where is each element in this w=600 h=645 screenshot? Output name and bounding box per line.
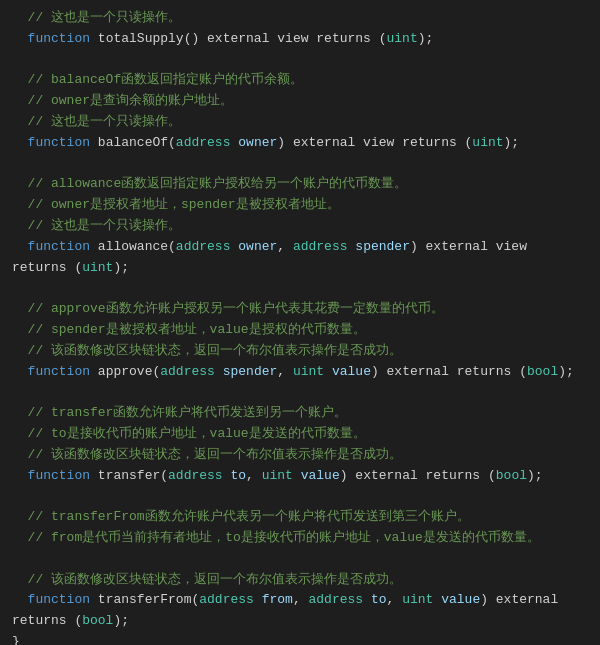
code-token: ) — [410, 239, 426, 254]
code-token: address — [199, 592, 254, 607]
code-token: approve( — [90, 364, 160, 379]
code-token: function — [12, 364, 90, 379]
code-token: ); — [558, 364, 574, 379]
code-token: function — [12, 31, 90, 46]
code-token: returns ( — [449, 364, 527, 379]
code-token: , — [277, 239, 293, 254]
code-token: balanceOf( — [90, 135, 176, 150]
code-token — [433, 592, 441, 607]
code-token: value — [301, 468, 340, 483]
code-token: function — [12, 592, 90, 607]
code-comment: // 这也是一个只读操作。 — [12, 8, 588, 29]
code-token: external view — [426, 239, 527, 254]
code-content: // 这也是一个只读操作。 function totalSupply() ext… — [12, 8, 588, 645]
code-token: uint — [402, 592, 433, 607]
code-comment: // 该函数修改区块链状态，返回一个布尔值表示操作是否成功。 — [12, 341, 588, 362]
code-comment: // transferFrom函数允许账户代表另一个账户将代币发送到第三个账户。 — [12, 507, 588, 528]
code-line: function totalSupply() external view ret… — [12, 29, 588, 50]
code-token: bool — [496, 468, 527, 483]
code-token: returns ( — [394, 135, 472, 150]
code-token: function — [12, 468, 90, 483]
code-comment: // owner是授权者地址，spender是被授权者地址。 — [12, 195, 588, 216]
code-token: uint — [472, 135, 503, 150]
code-token: value — [441, 592, 480, 607]
code-token: external — [355, 468, 417, 483]
code-token: function — [12, 135, 90, 150]
code-token: owner — [238, 135, 277, 150]
code-token: external — [496, 592, 558, 607]
code-comment: // transfer函数允许账户将代币发送到另一个账户。 — [12, 403, 588, 424]
code-token: from — [262, 592, 293, 607]
code-token — [363, 592, 371, 607]
code-token — [254, 592, 262, 607]
code-token: to — [371, 592, 387, 607]
code-comment: // spender是被授权者地址，value是授权的代币数量。 — [12, 320, 588, 341]
code-token: ); — [113, 260, 129, 275]
code-comment: // balanceOf函数返回指定账户的代币余额。 — [12, 70, 588, 91]
code-token: bool — [527, 364, 558, 379]
code-token: returns ( — [418, 468, 496, 483]
code-token: function — [12, 239, 90, 254]
code-token: , — [246, 468, 262, 483]
code-line: function transfer(address to, uint value… — [12, 466, 588, 487]
code-comment: // to是接收代币的账户地址，value是发送的代币数量。 — [12, 424, 588, 445]
code-comment: // 这也是一个只读操作。 — [12, 216, 588, 237]
code-token: address — [309, 592, 364, 607]
code-comment: // from是代币当前持有者地址，to是接收代币的账户地址，value是发送的… — [12, 528, 588, 549]
code-comment: // approve函数允许账户授权另一个账户代表其花费一定数量的代币。 — [12, 299, 588, 320]
code-line: function balanceOf(address owner) extern… — [12, 133, 588, 154]
code-token — [293, 468, 301, 483]
code-token: ) — [340, 468, 356, 483]
code-comment: // allowance函数返回指定账户授权给另一个账户的代币数量。 — [12, 174, 588, 195]
code-token: ) — [480, 592, 496, 607]
code-token: to — [230, 468, 246, 483]
code-token: ) — [371, 364, 387, 379]
code-token: external view — [207, 31, 308, 46]
code-comment: // 这也是一个只读操作。 — [12, 112, 588, 133]
code-token: address — [176, 239, 231, 254]
code-comment: // 该函数修改区块链状态，返回一个布尔值表示操作是否成功。 — [12, 445, 588, 466]
code-container: // 这也是一个只读操作。 function totalSupply() ext… — [0, 0, 600, 645]
code-token: ); — [504, 135, 520, 150]
code-token: bool — [82, 613, 113, 628]
code-token: uint — [387, 31, 418, 46]
code-token: spender — [355, 239, 410, 254]
code-token: uint — [82, 260, 113, 275]
code-comment: // owner是查询余额的账户地址。 — [12, 91, 588, 112]
code-token: transfer( — [90, 468, 168, 483]
code-line: function transferFrom(address from, addr… — [12, 590, 588, 632]
code-token: ); — [527, 468, 543, 483]
code-token: address — [160, 364, 215, 379]
code-token: uint — [262, 468, 293, 483]
code-token: owner — [238, 239, 277, 254]
code-token: allowance( — [90, 239, 176, 254]
code-token — [215, 364, 223, 379]
code-token — [324, 364, 332, 379]
code-token: address — [293, 239, 348, 254]
code-token: external view — [293, 135, 394, 150]
code-token: , — [387, 592, 403, 607]
code-token: ); — [418, 31, 434, 46]
code-token: spender — [223, 364, 278, 379]
code-token: , — [293, 592, 309, 607]
code-token: ) — [277, 135, 293, 150]
code-token: totalSupply() — [90, 31, 207, 46]
code-token: address — [176, 135, 231, 150]
code-token: uint — [293, 364, 324, 379]
code-token: returns ( — [308, 31, 386, 46]
code-token: address — [168, 468, 223, 483]
code-line: } — [12, 632, 588, 645]
code-comment: // 该函数修改区块链状态，返回一个布尔值表示操作是否成功。 — [12, 570, 588, 591]
code-token: transferFrom( — [90, 592, 199, 607]
code-line: function approve(address spender, uint v… — [12, 362, 588, 383]
code-token: value — [332, 364, 371, 379]
code-token: ); — [113, 613, 129, 628]
code-token: external — [387, 364, 449, 379]
code-token: , — [277, 364, 293, 379]
code-line: function allowance(address owner, addres… — [12, 237, 588, 279]
